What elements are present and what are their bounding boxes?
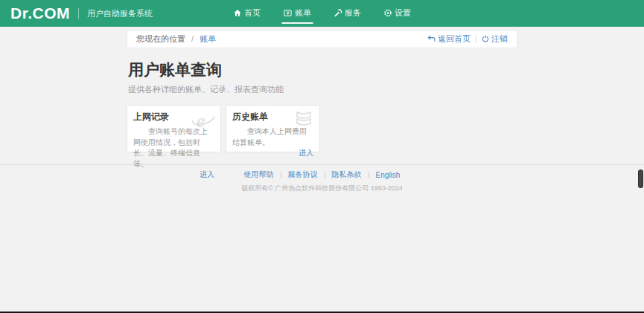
nav-item-home[interactable]: 首页 <box>232 4 262 24</box>
divider <box>281 172 281 178</box>
card-history-bills[interactable]: 历史账单 查询本人上网费用结算账单。 进入 <box>226 105 320 152</box>
bill-icon: ¥ <box>283 9 292 17</box>
nav-label: 首页 <box>244 7 261 19</box>
footer-link-english[interactable]: English <box>376 171 401 179</box>
bill-stack-icon <box>293 109 314 133</box>
breadcrumb-separator: / <box>191 34 194 43</box>
system-name: 用户自助服务系统 <box>87 8 153 19</box>
footer-links: 使用帮助 服务协议 隐私条款 English <box>0 170 644 180</box>
location-label: 您现在的位置 <box>136 34 185 43</box>
nav-item-bills[interactable]: ¥ 账单 <box>281 4 313 24</box>
ie-browser-e-icon: e <box>191 109 215 135</box>
service-icon <box>334 9 342 17</box>
home-icon <box>233 9 241 17</box>
breadcrumb-current[interactable]: 账单 <box>200 34 216 43</box>
divider <box>369 172 369 178</box>
logo[interactable]: Dr.COM <box>10 4 70 22</box>
card-internet-records[interactable]: 上网记录 e 查询账号的每次上网使用情况，包括时长、流量、终端信息等。 进入 <box>127 105 221 152</box>
scrollbar-thumb[interactable] <box>638 170 643 188</box>
brand: Dr.COM 用户自助服务系统 <box>0 4 153 22</box>
brand-divider <box>78 8 79 19</box>
divider <box>476 35 476 43</box>
copyright: 版权所有© 广州热点软件科技股份有限公司 1993-2024 <box>0 184 644 193</box>
page-footer: 使用帮助 服务协议 隐私条款 English 版权所有© 广州热点软件科技股份有… <box>0 164 644 193</box>
app-header: Dr.COM 用户自助服务系统 首页 ¥ 账单 服务 设置 <box>0 0 644 27</box>
enter-link[interactable]: 进入 <box>200 170 214 180</box>
nav-label: 服务 <box>345 7 361 19</box>
return-home-label: 返回首页 <box>438 33 471 45</box>
card-list: 上网记录 e 查询账号的每次上网使用情况，包括时长、流量、终端信息等。 进入 历… <box>127 105 517 152</box>
footer-link-privacy[interactable]: 隐私条款 <box>332 170 362 180</box>
breadcrumb: 您现在的位置 / 账单 返回首页 注销 <box>127 30 517 48</box>
nav-item-settings[interactable]: 设置 <box>382 4 412 24</box>
breadcrumb-left: 您现在的位置 / 账单 <box>136 33 216 45</box>
logout-link[interactable]: 注销 <box>482 33 508 45</box>
page-subtitle: 提供各种详细的账单、记录、报表查询功能 <box>128 84 517 95</box>
gear-icon <box>383 9 392 17</box>
nav-label: 设置 <box>395 7 411 19</box>
footer-link-agreement[interactable]: 服务协议 <box>288 170 318 180</box>
return-arrow-icon <box>427 35 436 44</box>
logout-label: 注销 <box>491 33 508 45</box>
breadcrumb-actions: 返回首页 注销 <box>427 33 508 45</box>
nav-label: 账单 <box>295 7 311 19</box>
nav-item-services[interactable]: 服务 <box>332 4 363 24</box>
enter-link[interactable]: 进入 <box>299 148 313 158</box>
content-column: 您现在的位置 / 账单 返回首页 注销 用户账单查询 提供各种详细的账单、记录、… <box>127 30 517 152</box>
return-home-link[interactable]: 返回首页 <box>427 33 471 45</box>
divider <box>325 172 325 178</box>
svg-text:¥: ¥ <box>286 10 289 16</box>
power-icon <box>482 35 489 44</box>
page-title: 用户账单查询 <box>128 59 517 80</box>
svg-text:e: e <box>197 110 205 132</box>
page-head: 用户账单查询 提供各种详细的账单、记录、报表查询功能 <box>127 59 517 95</box>
main-nav: 首页 ¥ 账单 服务 设置 <box>232 0 412 27</box>
footer-link-help[interactable]: 使用帮助 <box>244 170 274 180</box>
